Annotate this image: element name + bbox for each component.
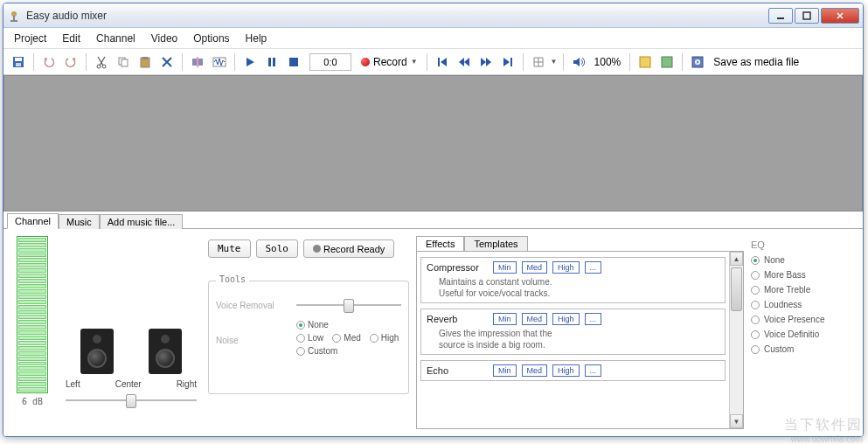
stop-icon[interactable] — [284, 52, 303, 72]
effects-list: Compressor Min Med High ... Maintains a … — [417, 252, 729, 428]
green-box-icon[interactable] — [657, 52, 677, 72]
forward-icon[interactable] — [476, 52, 496, 72]
noise-med-radio[interactable]: Med — [332, 333, 360, 343]
effect-reverb: Reverb Min Med High ... Gives the impres… — [420, 309, 726, 355]
minimize-button[interactable] — [768, 8, 793, 24]
echo-med-button[interactable]: Med — [522, 364, 548, 377]
eq-loudness-radio[interactable]: Loudness — [751, 300, 856, 309]
menu-edit[interactable]: Edit — [62, 32, 80, 45]
split-icon[interactable] — [188, 52, 207, 72]
menu-project[interactable]: Project — [14, 32, 46, 45]
record-button[interactable]: Record ▼ — [358, 56, 421, 68]
record-ready-button[interactable]: Record Ready — [303, 239, 394, 258]
menu-help[interactable]: Help — [246, 32, 267, 45]
tab-channel[interactable]: Channel — [7, 213, 59, 229]
menu-channel[interactable]: Channel — [96, 32, 135, 45]
echo-high-button[interactable]: High — [552, 364, 580, 377]
noise-high-radio[interactable]: High — [370, 333, 399, 343]
eq-title: EQ — [751, 239, 856, 250]
scroll-up-icon[interactable]: ▲ — [730, 252, 743, 266]
chevron-down-icon[interactable]: ▼ — [551, 58, 558, 66]
svg-rect-23 — [640, 57, 650, 67]
reverb-med-button[interactable]: Med — [522, 313, 548, 325]
effects-column: Effects Templates Compressor Min Med Hig… — [416, 236, 744, 429]
mute-button[interactable]: Mute — [208, 239, 251, 258]
echo-min-button[interactable]: Min — [493, 364, 517, 377]
skip-start-icon[interactable] — [433, 52, 452, 72]
svg-rect-7 — [16, 63, 21, 66]
redo-icon[interactable] — [61, 52, 80, 72]
app-window: Easy audio mixer Project Edit Channel Vi… — [3, 3, 864, 437]
menu-options[interactable]: Options — [193, 32, 229, 45]
yellow-box-icon[interactable] — [635, 52, 655, 72]
reverb-min-button[interactable]: Min — [493, 313, 517, 325]
svg-rect-11 — [122, 59, 128, 66]
pause-icon[interactable] — [262, 52, 281, 72]
paste-icon[interactable] — [135, 52, 155, 72]
eq-custom-radio[interactable]: Custom — [751, 344, 856, 354]
volume-icon[interactable] — [569, 52, 588, 72]
save-icon[interactable] — [9, 52, 28, 72]
svg-rect-6 — [15, 58, 22, 61]
reverb-more-button[interactable]: ... — [585, 313, 602, 325]
noise-custom-radio[interactable]: Custom — [296, 346, 337, 356]
reverb-high-button[interactable]: High — [552, 313, 580, 325]
eq-none-radio[interactable]: None — [751, 255, 856, 265]
balance-slider[interactable] — [66, 392, 197, 408]
voice-removal-slider[interactable] — [296, 299, 401, 311]
scroll-down-icon[interactable]: ▼ — [730, 414, 743, 428]
svg-rect-14 — [192, 59, 197, 66]
compressor-high-button[interactable]: High — [552, 261, 580, 274]
chevron-down-icon: ▼ — [411, 58, 418, 66]
play-icon[interactable] — [240, 52, 260, 72]
eq-voice-definition-radio[interactable]: Voice Definitio — [751, 330, 856, 339]
menu-video[interactable]: Video — [151, 32, 177, 45]
left-speaker-icon — [80, 329, 114, 374]
rewind-icon[interactable] — [455, 52, 474, 72]
tab-music[interactable]: Music — [59, 214, 100, 229]
noise-low-radio[interactable]: Low — [296, 333, 323, 343]
waveform-icon[interactable] — [210, 52, 229, 72]
noise-none-radio[interactable]: None — [296, 320, 329, 330]
tab-effects[interactable]: Effects — [416, 236, 464, 251]
timeline-area[interactable] — [3, 75, 863, 212]
level-meter-column: 6 dB — [10, 236, 54, 429]
eq-voice-presence-radio[interactable]: Voice Presence — [751, 315, 856, 324]
cut-icon[interactable] — [92, 52, 111, 72]
balance-right-label: Right — [177, 379, 197, 389]
compressor-more-button[interactable]: ... — [585, 261, 602, 274]
maximize-button[interactable] — [795, 8, 819, 24]
solo-button[interactable]: Solo — [256, 239, 299, 258]
tab-add-music[interactable]: Add music file... — [100, 214, 184, 229]
delete-icon[interactable] — [157, 52, 177, 72]
eq-column: EQ None More Bass More Treble Loudness V… — [751, 236, 856, 429]
undo-icon[interactable] — [39, 52, 59, 72]
grid-icon[interactable] — [529, 52, 548, 72]
noise-label: Noise — [216, 336, 289, 345]
volume-percent: 100% — [594, 56, 621, 68]
save-as-media-label[interactable]: Save as media file — [713, 56, 799, 68]
svg-point-8 — [97, 65, 101, 68]
eq-more-treble-radio[interactable]: More Treble — [751, 285, 856, 295]
svg-rect-22 — [510, 58, 512, 66]
svg-rect-2 — [10, 20, 17, 22]
svg-rect-18 — [268, 58, 271, 66]
effect-echo: Echo Min Med High ... — [420, 360, 726, 381]
tab-templates[interactable]: Templates — [464, 236, 527, 251]
media-file-icon[interactable] — [688, 52, 707, 72]
svg-rect-1 — [13, 16, 15, 20]
skip-end-icon[interactable] — [498, 52, 517, 72]
titlebar: Easy audio mixer — [3, 3, 863, 28]
app-icon — [7, 9, 21, 23]
voice-removal-label: Voice Removal — [216, 301, 289, 310]
close-button[interactable] — [821, 8, 859, 24]
copy-icon[interactable] — [114, 52, 133, 72]
eq-more-bass-radio[interactable]: More Bass — [751, 270, 856, 280]
echo-more-button[interactable]: ... — [585, 364, 602, 377]
svg-rect-4 — [803, 12, 810, 19]
meter-db-label: 6 dB — [22, 397, 43, 406]
time-display: 0:0 — [309, 53, 351, 71]
effects-scrollbar[interactable]: ▲ ▼ — [729, 252, 743, 428]
compressor-min-button[interactable]: Min — [493, 261, 517, 274]
compressor-med-button[interactable]: Med — [522, 261, 548, 274]
